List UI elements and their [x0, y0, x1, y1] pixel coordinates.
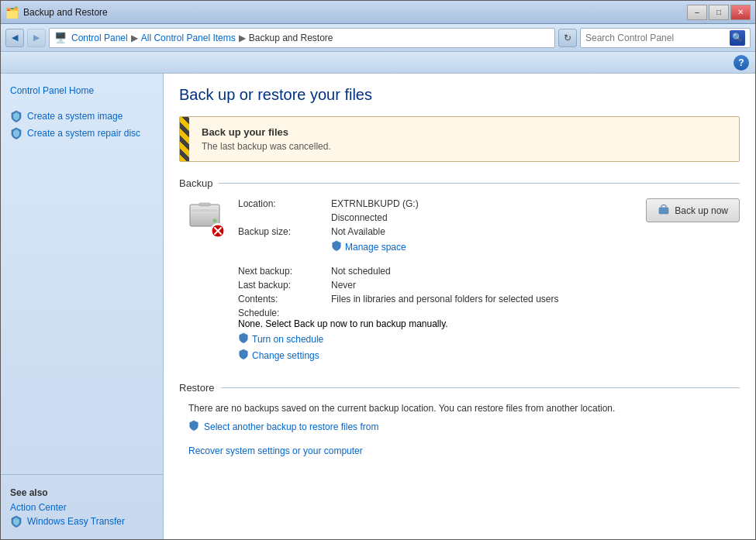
content-area: Back up or restore your files Back up yo… [164, 74, 755, 539]
recover-link[interactable]: Recover system settings or your computer [188, 445, 740, 456]
search-button[interactable]: 🔍 [730, 30, 745, 46]
sidebar-item-repair-disc-label: Create a system repair disc [27, 128, 140, 139]
size-value: Not Available [331, 226, 385, 237]
next-backup-value: Not scheduled [331, 266, 391, 277]
help-bar: ? [1, 52, 755, 74]
error-icon [210, 223, 226, 239]
search-box: 🔍 [580, 28, 751, 48]
select-backup-container: Select another backup to restore files f… [188, 420, 740, 433]
select-backup-shield-icon [188, 420, 199, 433]
schedule-label: Schedule: [238, 308, 331, 318]
breadcrumb-control-panel[interactable]: Control Panel [71, 33, 128, 43]
refresh-button[interactable]: ↻ [558, 29, 577, 47]
backup-detail: Location: EXTRNLBKUPD (G:) Disconnected … [188, 198, 740, 363]
page-title: Back up or restore your files [179, 86, 740, 104]
svg-rect-8 [659, 208, 668, 214]
sidebar-item-system-image-label: Create a system image [27, 111, 123, 122]
breadcrumb-all-items[interactable]: All Control Panel Items [141, 33, 236, 43]
shield-icon-1 [10, 110, 22, 122]
backup-now-button[interactable]: Back up now [646, 198, 740, 222]
last-backup-value: Never [331, 280, 356, 291]
sidebar-item-action-center[interactable]: Action Center [1, 500, 76, 515]
sidebar-item-easy-transfer[interactable]: Windows Easy Transfer [1, 513, 163, 530]
contents-row: Contents: Files in libraries and persona… [238, 294, 646, 304]
minimize-button[interactable]: – [687, 5, 707, 20]
main-layout: Control Panel Home Create a system image [1, 74, 755, 539]
window: 🗂️ Backup and Restore – □ ✕ ◀ ▶ 🖥️ Contr… [0, 0, 756, 540]
sidebar-bottom: See also Action Center Windows Easy Tran… [1, 474, 163, 530]
turn-on-shield-icon [238, 332, 249, 346]
manage-space-link-container: Manage space [331, 240, 406, 253]
manage-space-row: Manage space [238, 240, 646, 253]
warning-banner: Back up your files The last backup was c… [179, 116, 740, 162]
manage-space-label-spacer [238, 240, 331, 253]
select-backup-link[interactable]: Select another backup to restore files f… [204, 421, 378, 432]
drive-icon [188, 201, 226, 239]
warning-content: Back up your files The last backup was c… [189, 117, 343, 161]
last-backup-row: Last backup: Never [238, 280, 646, 291]
next-backup-row: Next backup: Not scheduled [238, 266, 646, 277]
change-settings-container: Change settings [238, 349, 646, 362]
backup-now-label: Back up now [675, 205, 728, 216]
last-backup-label: Last backup: [238, 280, 331, 291]
svg-rect-3 [192, 214, 217, 215]
turn-on-schedule-link[interactable]: Turn on schedule [252, 334, 323, 345]
backup-info: Location: EXTRNLBKUPD (G:) Disconnected … [238, 198, 646, 363]
address-bar: ◀ ▶ 🖥️ Control Panel ▶ All Control Panel… [1, 24, 755, 52]
see-also-title: See also [1, 481, 163, 501]
backup-section-line [219, 183, 740, 184]
change-settings-shield-icon [238, 349, 249, 362]
contents-label: Contents: [238, 294, 331, 304]
drive-icon-area [188, 198, 226, 363]
sidebar-item-repair-disc[interactable]: Create a system repair disc [1, 125, 163, 142]
warning-stripe [180, 117, 189, 161]
sidebar-item-system-image[interactable]: Create a system image [1, 108, 163, 125]
restore-section-label: Restore [179, 382, 215, 394]
turn-on-schedule-container: Turn on schedule [238, 332, 646, 346]
status-label-spacer [238, 212, 331, 223]
location-label: Location: [238, 198, 331, 209]
backup-section-label: Backup [179, 177, 212, 189]
sidebar: Control Panel Home Create a system image [1, 74, 164, 539]
size-label: Backup size: [238, 226, 331, 237]
location-value: EXTRNLBKUPD (G:) [331, 198, 419, 209]
backup-now-icon [658, 203, 670, 218]
title-bar-left: 🗂️ Backup and Restore [5, 6, 108, 19]
size-row: Backup size: Not Available [238, 226, 646, 237]
sidebar-item-easy-transfer-label: Windows Easy Transfer [27, 516, 125, 527]
status-row: Disconnected [238, 212, 646, 223]
shield-icon-3 [10, 515, 22, 528]
warning-text: The last backup was cancelled. [202, 141, 331, 152]
help-button[interactable]: ? [734, 55, 749, 71]
svg-rect-2 [192, 209, 217, 212]
location-row: Location: EXTRNLBKUPD (G:) [238, 198, 646, 209]
warning-title: Back up your files [202, 126, 331, 138]
svg-rect-1 [199, 203, 210, 206]
cp-icon: 🖥️ [54, 32, 67, 43]
title-bar: 🗂️ Backup and Restore – □ ✕ [1, 1, 755, 24]
maximize-button[interactable]: □ [709, 5, 729, 20]
schedule-value-area: None. Select Back up now to run backup m… [238, 318, 646, 362]
close-button[interactable]: ✕ [730, 5, 751, 20]
search-input[interactable] [585, 33, 727, 43]
sidebar-item-home[interactable]: Control Panel Home [1, 83, 163, 98]
backup-now-area: Back up now [646, 198, 740, 363]
forward-button[interactable]: ▶ [27, 29, 46, 47]
manage-space-link[interactable]: Manage space [345, 242, 406, 253]
schedule-value: None. Select Back up now to run backup m… [238, 318, 646, 329]
restore-section-line [221, 387, 740, 388]
breadcrumb: 🖥️ Control Panel ▶ All Control Panel Ite… [49, 28, 555, 48]
schedule-links: Turn on schedule Change setti [238, 332, 646, 362]
window-icon: 🗂️ [5, 6, 19, 19]
restore-section-header: Restore [179, 382, 740, 394]
breadcrumb-current: Backup and Restore [249, 33, 333, 43]
change-settings-link[interactable]: Change settings [252, 350, 319, 361]
contents-value: Files in libraries and personal folders … [331, 294, 558, 304]
schedule-row: Schedule: None. Select Back up now to ru… [238, 308, 646, 362]
next-backup-label: Next backup: [238, 266, 331, 277]
window-title: Backup and Restore [23, 7, 108, 18]
title-buttons: – □ ✕ [687, 5, 751, 20]
back-button[interactable]: ◀ [5, 29, 24, 47]
svg-point-4 [213, 219, 217, 223]
manage-space-shield-icon [331, 240, 342, 253]
